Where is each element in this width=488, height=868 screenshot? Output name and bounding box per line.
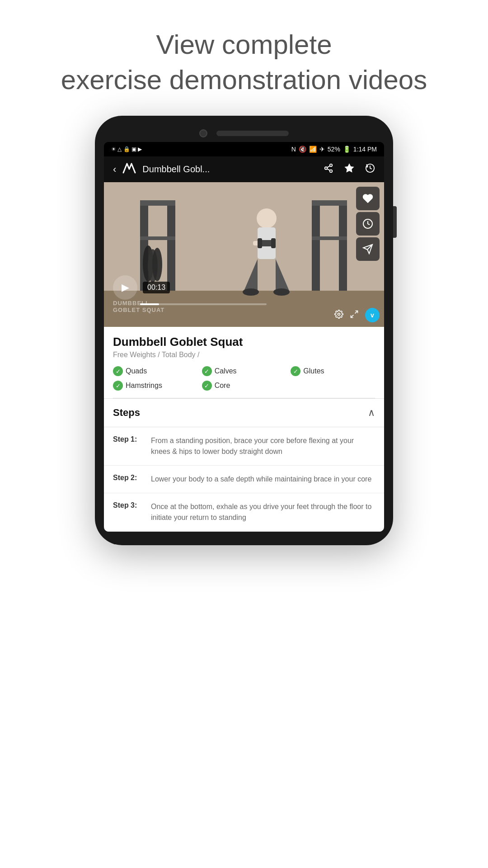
status-right-info: N 🔇 📶 ✈ 52% 🔋 1:14 PM — [291, 146, 377, 153]
muscle-name: Quads — [126, 367, 147, 375]
step-3: Step 3: Once at the bottom, exhale as yo… — [104, 493, 384, 532]
svg-rect-26 — [271, 238, 276, 248]
check-icon: ✓ — [202, 366, 212, 376]
front-camera — [199, 129, 207, 137]
muscle-core: ✓ Core — [202, 381, 286, 391]
step-1: Step 1: From a standing position, brace … — [104, 427, 384, 466]
svg-rect-14 — [312, 200, 347, 206]
muscles-section: ✓ Quads ✓ Calves ✓ Glutes ✓ Hamstrings — [113, 359, 375, 398]
svg-point-29 — [243, 288, 259, 296]
svg-point-34 — [338, 313, 340, 315]
muscle-hamstrings: ✓ Hamstrings — [113, 381, 197, 391]
wifi-icon: 📶 — [309, 146, 317, 153]
back-button[interactable]: ‹ — [113, 164, 116, 175]
svg-point-30 — [273, 288, 290, 296]
exercise-info: Dumbbell Goblet Squat Free Weights / Tot… — [104, 327, 384, 398]
step-3-text: Once at the bottom, exhale as you drive … — [151, 501, 375, 523]
nfc-icon: N — [291, 146, 296, 153]
check-icon: ✓ — [113, 366, 123, 376]
app-logo — [122, 163, 136, 176]
muscles-grid: ✓ Quads ✓ Calves ✓ Glutes ✓ Hamstrings — [113, 366, 375, 391]
muscle-calves: ✓ Calves — [202, 366, 286, 376]
status-left-icons: ☀ △ 🔒 ▣ ▶ — [111, 146, 142, 152]
check-icon: ✓ — [202, 381, 212, 391]
airplane-icon: ✈ — [319, 146, 325, 153]
svg-rect-15 — [140, 236, 175, 240]
steps-section: Steps ∧ Step 1: From a standing position… — [104, 398, 384, 532]
toolbar-actions — [324, 163, 375, 176]
muscle-name: Calves — [215, 367, 237, 375]
muscle-name: Core — [215, 382, 230, 390]
share-button[interactable] — [324, 163, 333, 176]
muscle-quads: ✓ Quads — [113, 366, 197, 376]
steps-header[interactable]: Steps ∧ — [104, 398, 384, 427]
history-button[interactable] — [365, 163, 375, 176]
check-icon: ✓ — [113, 381, 123, 391]
steps-collapse-icon[interactable]: ∧ — [368, 407, 375, 419]
phone-speaker — [216, 131, 289, 136]
phone-notch — [104, 129, 384, 137]
step-1-text: From a standing position, brace your cor… — [151, 435, 375, 457]
video-watermark: DUMBBELL GOBLET SQUAT — [113, 300, 164, 313]
exercise-name-toolbar: Dumbbell Gobl... — [142, 164, 317, 175]
steps-title: Steps — [113, 407, 140, 419]
svg-point-2 — [330, 170, 333, 172]
step-1-label: Step 1: — [113, 435, 145, 457]
play-button[interactable]: ▶ — [113, 275, 137, 300]
mute-icon: 🔇 — [299, 146, 306, 153]
svg-point-0 — [330, 164, 333, 166]
phone-volume-button — [393, 206, 397, 238]
muscle-name: Hamstrings — [126, 382, 162, 390]
video-play-overlay: ▶ 00:13 — [113, 275, 170, 300]
video-timestamp: 00:13 — [143, 282, 170, 293]
muscle-glutes: ✓ Glutes — [291, 366, 375, 376]
battery-icon: 🔋 — [343, 146, 351, 153]
like-button[interactable] — [356, 187, 380, 210]
step-2-text: Lower your body to a safe depth while ma… — [151, 474, 371, 485]
step-2: Step 2: Lower your body to a safe depth … — [104, 466, 384, 493]
svg-rect-12 — [339, 200, 347, 291]
svg-line-3 — [327, 169, 330, 170]
header-text: View complete exercise demonstration vid… — [61, 27, 427, 98]
svg-rect-25 — [258, 238, 262, 248]
svg-rect-13 — [140, 200, 175, 206]
svg-line-36 — [351, 315, 354, 317]
check-icon: ✓ — [291, 366, 300, 376]
video-side-actions — [356, 187, 380, 261]
timer-button[interactable] — [356, 212, 380, 236]
page-header: View complete exercise demonstration vid… — [25, 0, 463, 116]
phone-frame: ☀ △ 🔒 ▣ ▶ N 🔇 📶 ✈ 52% 🔋 1:14 PM ‹ Dumbbe… — [95, 116, 393, 545]
vimeo-icon[interactable]: v — [365, 308, 380, 322]
svg-rect-16 — [312, 236, 347, 240]
svg-line-35 — [355, 311, 358, 313]
status-icons: ☀ △ 🔒 ▣ ▶ — [111, 146, 142, 152]
svg-marker-5 — [345, 164, 353, 171]
svg-line-4 — [327, 165, 330, 167]
settings-icon[interactable] — [334, 310, 343, 321]
video-player[interactable]: ▶ 00:13 DUMBBELL GOBLET SQUAT — [104, 182, 384, 327]
clock: 1:14 PM — [353, 146, 377, 153]
step-2-label: Step 2: — [113, 474, 145, 485]
exercise-title: Dumbbell Goblet Squat — [113, 335, 375, 349]
battery-percent: 52% — [328, 146, 340, 153]
muscle-name: Glutes — [303, 367, 324, 375]
app-toolbar: ‹ Dumbbell Gobl... — [104, 156, 384, 182]
step-3-label: Step 3: — [113, 501, 145, 523]
exercise-category: Free Weights / Total Body / — [113, 351, 375, 359]
send-button[interactable] — [356, 237, 380, 261]
status-bar: ☀ △ 🔒 ▣ ▶ N 🔇 📶 ✈ 52% 🔋 1:14 PM — [104, 142, 384, 156]
svg-point-20 — [257, 208, 277, 228]
svg-point-1 — [325, 167, 328, 170]
phone-screen: ☀ △ 🔒 ▣ ▶ N 🔇 📶 ✈ 52% 🔋 1:14 PM ‹ Dumbbe… — [104, 142, 384, 532]
svg-rect-11 — [312, 200, 320, 291]
video-controls-bar: v — [334, 308, 380, 322]
favorite-button[interactable] — [344, 163, 354, 176]
fullscreen-icon[interactable] — [350, 310, 359, 321]
